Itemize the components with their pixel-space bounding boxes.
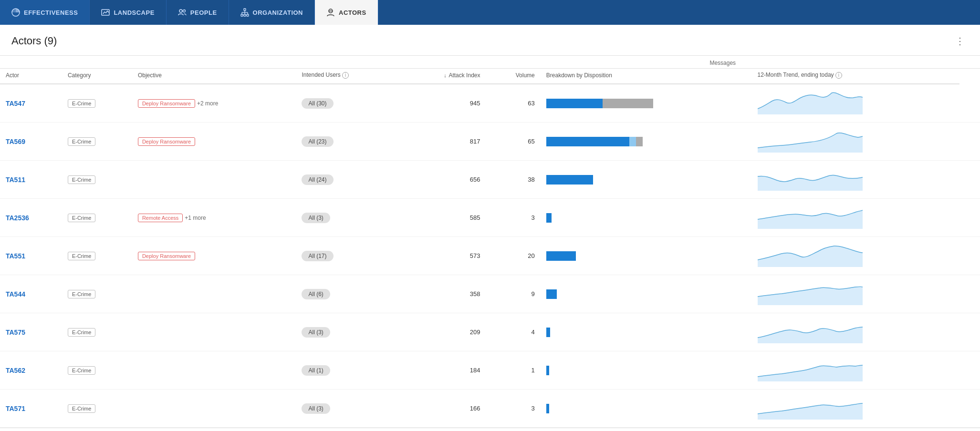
col-breakdown: Breakdown by Disposition xyxy=(541,69,752,84)
actor-name[interactable]: TA544 xyxy=(6,290,25,298)
sparkline-chart xyxy=(758,319,863,343)
trend-group-header xyxy=(959,56,980,69)
category-badge: E-Crime xyxy=(68,290,95,298)
svg-rect-6 xyxy=(244,14,246,16)
objective-badge[interactable]: Deploy Ransomware xyxy=(138,99,195,108)
table-row: TA575E-Crime All (3)2094 xyxy=(0,313,980,351)
objective-badge[interactable]: Deploy Ransomware xyxy=(138,137,195,146)
bar-segment xyxy=(546,328,550,337)
col-header-row: Actor Category Objective Intended Users … xyxy=(0,69,980,84)
effectiveness-icon xyxy=(11,8,20,17)
actors-icon xyxy=(326,8,335,17)
category-badge: E-Crime xyxy=(68,175,95,184)
tab-organization[interactable]: ORGANIZATION xyxy=(229,0,315,25)
actors-table-container: Messages Actor Category Objective Intend… xyxy=(0,56,980,428)
users-badge[interactable]: All (23) xyxy=(302,136,333,147)
bar-chart xyxy=(546,404,746,413)
category-badge: E-Crime xyxy=(68,404,95,413)
main-content: Actors (9) ⋮ Messages Actor Category Obj… xyxy=(0,25,980,431)
users-badge[interactable]: All (3) xyxy=(302,213,330,223)
attack-index-value: 817 xyxy=(470,138,480,145)
actor-name[interactable]: TA571 xyxy=(6,405,25,412)
volume-value: 3 xyxy=(532,405,535,412)
svg-rect-4 xyxy=(244,9,246,10)
more-options-button[interactable]: ⋮ xyxy=(951,33,969,49)
actor-name[interactable]: TA569 xyxy=(6,138,25,145)
col-trend-label: 12-Month Trend, ending today xyxy=(758,72,834,78)
bar-chart xyxy=(546,99,746,108)
actor-name[interactable]: TA2536 xyxy=(6,214,29,222)
actor-name[interactable]: TA551 xyxy=(6,252,25,260)
svg-rect-5 xyxy=(241,14,243,16)
tab-actors[interactable]: ACTORS xyxy=(315,0,378,25)
svg-point-3 xyxy=(183,10,185,12)
attack-index-value: 945 xyxy=(470,100,480,107)
more-objectives-tag[interactable]: +1 more xyxy=(185,215,206,221)
table-row: TA547E-CrimeDeploy Ransomware+2 moreAll … xyxy=(0,84,980,123)
users-badge[interactable]: All (3) xyxy=(302,327,330,338)
sort-down-icon: ↓ xyxy=(444,72,447,78)
top-navigation: EFFECTIVENESS LANDSCAPE PEOPLE xyxy=(0,0,980,25)
bar-segment xyxy=(603,99,653,108)
table-row: TA562E-Crime All (1)1841 xyxy=(0,351,980,390)
sparkline-chart xyxy=(758,91,863,114)
volume-value: 9 xyxy=(532,290,535,298)
tab-landscape[interactable]: LANDSCAPE xyxy=(90,0,166,25)
bar-segment xyxy=(629,137,636,146)
bar-segment xyxy=(636,137,643,146)
bar-chart xyxy=(546,289,746,299)
users-badge[interactable]: All (3) xyxy=(302,403,330,414)
col-intended-users-label: Intended Users xyxy=(302,72,340,78)
volume-value: 63 xyxy=(528,100,534,107)
users-badge[interactable]: All (30) xyxy=(302,98,333,109)
bar-segment xyxy=(546,213,552,223)
group-header-row: Messages xyxy=(0,56,980,69)
bar-chart xyxy=(546,175,746,185)
bar-chart xyxy=(546,251,746,261)
page-header: Actors (9) ⋮ xyxy=(0,25,980,56)
svg-rect-7 xyxy=(247,14,249,16)
attack-index-value: 358 xyxy=(470,290,480,298)
col-attack-index-label: Attack Index xyxy=(448,72,480,79)
bar-chart xyxy=(546,366,746,375)
actor-name[interactable]: TA511 xyxy=(6,176,25,184)
page-title: Actors (9) xyxy=(11,35,57,47)
users-badge[interactable]: All (6) xyxy=(302,289,330,299)
col-category: Category xyxy=(62,69,132,84)
trend-info-icon[interactable]: i xyxy=(835,72,842,79)
bar-chart xyxy=(546,137,746,146)
actor-name[interactable]: TA547 xyxy=(6,100,25,107)
more-objectives-tag[interactable]: +2 more xyxy=(197,100,218,107)
organization-icon xyxy=(240,8,249,17)
col-intended-users: Intended Users i xyxy=(296,69,400,84)
volume-value: 4 xyxy=(532,328,535,336)
users-badge[interactable]: All (17) xyxy=(302,251,333,261)
attack-index-value: 166 xyxy=(470,405,480,412)
bar-segment xyxy=(546,366,549,375)
sparkline-chart xyxy=(758,129,863,153)
empty-group-header xyxy=(0,56,486,69)
actor-name[interactable]: TA575 xyxy=(6,328,25,336)
category-badge: E-Crime xyxy=(68,137,95,146)
objective-badge[interactable]: Deploy Ransomware xyxy=(138,252,195,260)
actors-table: Messages Actor Category Objective Intend… xyxy=(0,56,980,428)
objective-badge[interactable]: Remote Access xyxy=(138,214,183,222)
actors-tbody: TA547E-CrimeDeploy Ransomware+2 moreAll … xyxy=(0,84,980,428)
col-volume: Volume xyxy=(486,69,540,84)
users-badge[interactable]: All (1) xyxy=(302,365,330,376)
tab-people[interactable]: PEOPLE xyxy=(167,0,229,25)
table-row: TA511E-Crime All (24)65638 xyxy=(0,161,980,199)
table-row: TA571E-Crime All (3)1663 xyxy=(0,390,980,428)
sparkline-chart xyxy=(758,358,863,381)
bar-segment xyxy=(546,289,557,299)
bar-segment xyxy=(546,99,603,108)
col-actor: Actor xyxy=(0,69,62,84)
tab-people-label: PEOPLE xyxy=(190,9,217,16)
col-attack-index[interactable]: ↓ Attack Index xyxy=(401,69,486,84)
tab-effectiveness[interactable]: EFFECTIVENESS xyxy=(0,0,90,25)
table-row: TA569E-CrimeDeploy RansomwareAll (23)817… xyxy=(0,123,980,161)
actor-name[interactable]: TA562 xyxy=(6,367,25,374)
users-badge[interactable]: All (24) xyxy=(302,174,333,185)
tab-landscape-label: LANDSCAPE xyxy=(114,9,154,16)
intended-users-info-icon[interactable]: i xyxy=(342,72,349,79)
